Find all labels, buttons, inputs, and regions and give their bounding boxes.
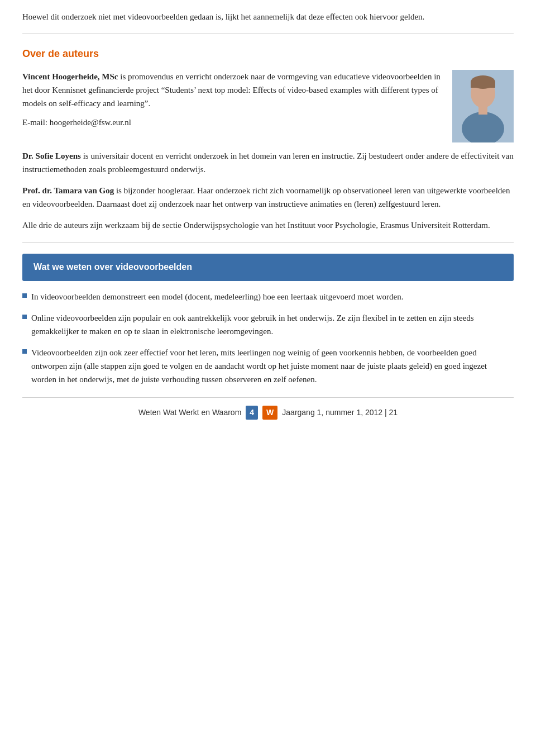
author1-block: Vincent Hoogerheide, MSc is promovendus … bbox=[22, 70, 514, 142]
author1-name: Vincent Hoogerheide, MSc bbox=[22, 72, 118, 81]
bullet-item-1: In videovoorbeelden demonstreert een mod… bbox=[22, 290, 514, 303]
author1-text: Vincent Hoogerheide, MSc is promovendus … bbox=[22, 70, 441, 142]
footer-badge-w: W bbox=[262, 406, 277, 420]
footer-brand: Weten Wat Werkt en Waarom bbox=[138, 407, 241, 419]
footer-badge-4: 4 bbox=[246, 406, 258, 420]
author3-paragraph: Prof. dr. Tamara van Gog is bijzonder ho… bbox=[22, 184, 514, 211]
authors-section: Over de auteurs Vincent Hoogerheide, MSc… bbox=[22, 34, 514, 243]
bullet-item-2: Online videovoorbeelden zijn populair en… bbox=[22, 311, 514, 338]
author1-email: E-mail: hoogerheide@fsw.eur.nl bbox=[22, 116, 441, 129]
intro-section: Hoewel dit onderzoek niet met videovoorb… bbox=[22, 0, 514, 34]
author1-photo-svg bbox=[452, 70, 514, 142]
author1-photo bbox=[452, 70, 514, 142]
svg-rect-3 bbox=[478, 104, 487, 115]
footer-journal-info: Jaargang 1, nummer 1, 2012 | 21 bbox=[282, 407, 398, 419]
author2-bio1: is universitair docent en verricht onder… bbox=[22, 151, 514, 174]
bullet-square-2 bbox=[22, 315, 27, 319]
author3-name: Prof. dr. Tamara van Gog bbox=[22, 186, 114, 195]
blue-box: Wat we weten over videovoorbeelden bbox=[22, 254, 514, 281]
bullet-item-3: Videovoorbeelden zijn ook zeer effectief… bbox=[22, 346, 514, 386]
page-footer: Weten Wat Werkt en Waarom 4 W Jaargang 1… bbox=[22, 397, 514, 426]
bullet-text-2: Online videovoorbeelden zijn populair en… bbox=[31, 311, 514, 338]
bullet-square-3 bbox=[22, 349, 27, 354]
authors-header: Over de auteurs bbox=[22, 46, 514, 62]
svg-rect-5 bbox=[471, 82, 495, 88]
bullet-text-3: Videovoorbeelden zijn ook zeer effectief… bbox=[31, 346, 514, 386]
all-authors-note: Alle drie de auteurs zijn werkzaam bij d… bbox=[22, 218, 514, 232]
bullet-square-1 bbox=[22, 293, 27, 298]
page-wrapper: Hoewel dit onderzoek niet met videovoorb… bbox=[0, 0, 536, 425]
intro-text: Hoewel dit onderzoek niet met videovoorb… bbox=[22, 10, 514, 23]
author2-name: Dr. Sofie Loyens bbox=[22, 151, 81, 160]
author2-paragraph1: Dr. Sofie Loyens is universitair docent … bbox=[22, 149, 514, 176]
bullet-text-1: In videovoorbeelden demonstreert een mod… bbox=[31, 290, 403, 303]
blue-box-title: Wat we weten over videovoorbeelden bbox=[34, 262, 192, 272]
bullet-list: In videovoorbeelden demonstreert een mod… bbox=[22, 290, 514, 386]
author1-paragraph: Vincent Hoogerheide, MSc is promovendus … bbox=[22, 70, 441, 110]
